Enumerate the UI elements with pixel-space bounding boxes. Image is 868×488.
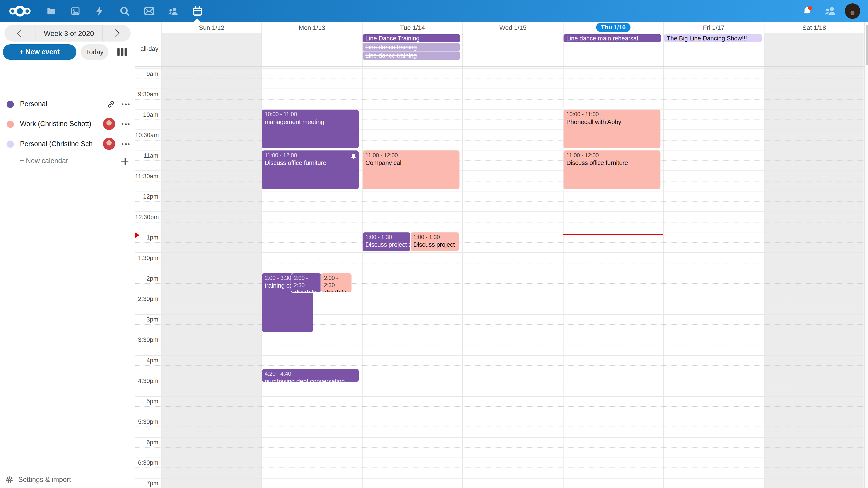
now-indicator-line	[563, 234, 663, 235]
settings-import-label: Settings & import	[18, 476, 71, 484]
calendar-name: Work (Christine Schott)	[20, 120, 93, 128]
calendar-color-dot	[6, 100, 14, 107]
plus-icon	[121, 158, 128, 165]
time-label: 3pm	[135, 314, 158, 324]
time-label: 10:30am	[135, 130, 158, 140]
time-label: 11am	[135, 151, 158, 160]
day-header-sun[interactable]: Sun 1/12	[161, 22, 261, 33]
allday-event-cancelled[interactable]: Line dance training	[363, 43, 460, 51]
event-time: 11:00 - 12:00	[265, 151, 356, 159]
share-link-icon[interactable]	[107, 100, 115, 108]
calendar-name: Personal (Christine Scho...	[20, 140, 93, 148]
calendar-color-dot	[6, 121, 14, 128]
previous-week-button[interactable]	[4, 25, 35, 41]
day-header-wed[interactable]: Wed 1/15	[463, 22, 563, 33]
event-title: Phonecall with Abby	[566, 118, 657, 125]
time-grid	[135, 67, 864, 488]
scrollbar-thumb[interactable]	[866, 25, 868, 65]
new-calendar-button[interactable]: + New calendar	[0, 154, 135, 168]
settings-import-button[interactable]: Settings & import	[5, 476, 71, 484]
time-label: 9am	[135, 69, 158, 78]
gear-icon	[5, 476, 13, 484]
event-title: management meeting	[265, 118, 356, 125]
new-event-button[interactable]: + New event	[3, 44, 76, 60]
event-company-call[interactable]: 11:00 - 12:00 Company call	[363, 150, 459, 189]
calendar-list-item-personal[interactable]: Personal	[0, 96, 135, 112]
all-day-label: all-day	[135, 45, 158, 52]
active-app-caret	[193, 18, 201, 22]
time-label: 3:30pm	[135, 335, 158, 345]
time-label: 12:30pm	[135, 212, 158, 222]
event-time: 2:00 - 2:30	[324, 274, 348, 289]
mail-icon[interactable]	[137, 0, 161, 22]
view-switcher-icon[interactable]	[117, 48, 127, 56]
event-time: 10:00 - 11:00	[265, 110, 356, 118]
time-label: 6:30pm	[135, 457, 158, 467]
event-discuss-office-furniture-thu[interactable]: 11:00 - 12:00 Discuss office furniture	[563, 150, 660, 189]
contacts-menu-icon[interactable]	[817, 0, 842, 22]
day-header-sat[interactable]: Sat 1/18	[764, 22, 864, 33]
owner-avatar	[103, 138, 115, 150]
owner-avatar	[103, 118, 115, 130]
time-label: 5:30pm	[135, 417, 158, 427]
user-avatar[interactable]	[840, 0, 865, 22]
event-discuss-project-announcement-purple[interactable]: 1:00 - 1:30 Discuss project announcement	[363, 232, 410, 251]
activity-icon[interactable]	[88, 0, 112, 22]
event-check-in-pink[interactable]: 2:00 - 2:30 check-in	[321, 273, 351, 292]
day-header-fri[interactable]: Fri 1/17	[663, 22, 764, 33]
day-header-row: Sun 1/12 Mon 1/13 Tue 1/14 Wed 1/15 Thu …	[135, 22, 864, 33]
event-discuss-project-announcement-pink[interactable]: 1:00 - 1:30 Discuss project announcement	[410, 232, 459, 251]
time-label: 6pm	[135, 437, 158, 447]
calendar-more-icon[interactable]	[121, 141, 131, 147]
day-header-tue[interactable]: Tue 1/14	[362, 22, 462, 33]
sidebar: Week 3 of 2020 + New event Today Persona…	[0, 22, 135, 488]
time-label: 1:30pm	[135, 253, 158, 263]
event-title: purchasing dept conversation	[265, 377, 356, 381]
nextcloud-logo-icon[interactable]	[8, 0, 32, 22]
event-discuss-office-furniture-mon[interactable]: 11:00 - 12:00 Discuss office furniture	[262, 150, 358, 189]
allday-event[interactable]: The Big Line Dancing Show!!!	[664, 34, 762, 42]
event-time: 2:00 - 2:30	[293, 274, 318, 289]
event-time: 4:20 - 4:40	[265, 370, 356, 377]
chevron-right-icon	[112, 29, 120, 37]
allday-event[interactable]: Line dance main rehearsal	[563, 34, 661, 42]
scrollbar[interactable]	[864, 22, 868, 488]
new-calendar-label: + New calendar	[20, 157, 121, 165]
next-week-button[interactable]	[102, 25, 131, 41]
event-time: 11:00 - 12:00	[365, 151, 456, 159]
event-phonecall-with-abby[interactable]: 10:00 - 11:00 Phonecall with Abby	[563, 109, 660, 149]
calendar-more-icon[interactable]	[121, 121, 131, 127]
now-indicator-arrow	[135, 232, 140, 237]
event-time: 1:00 - 1:30	[365, 233, 410, 240]
today-pill[interactable]: Thu 1/16	[596, 23, 630, 32]
event-management-meeting[interactable]: 10:00 - 11:00 management meeting	[262, 109, 358, 149]
calendar-more-icon[interactable]	[121, 101, 131, 107]
notifications-bell-icon[interactable]	[796, 0, 820, 22]
event-purchasing-dept-conversation[interactable]: 4:20 - 4:40 purchasing dept conversation	[262, 369, 358, 381]
event-title: Discuss office furniture	[265, 159, 356, 166]
time-label: 2pm	[135, 273, 158, 283]
time-label: 5pm	[135, 396, 158, 406]
allday-event-cancelled[interactable]: Line dance training	[363, 52, 460, 60]
search-icon[interactable]	[112, 0, 137, 22]
files-icon[interactable]	[39, 0, 63, 22]
calendar-name: Personal	[20, 100, 93, 108]
day-header-thu[interactable]: Thu 1/16	[563, 22, 663, 33]
photos-icon[interactable]	[63, 0, 88, 22]
week-range-label[interactable]: Week 3 of 2020	[35, 29, 102, 37]
contacts-icon[interactable]	[160, 0, 185, 22]
time-label: 7pm	[135, 478, 158, 488]
event-title: check-in	[293, 289, 318, 292]
event-title: check-in	[324, 289, 348, 292]
time-label: 11:30am	[135, 171, 158, 181]
event-title: Discuss project announcement	[413, 240, 456, 251]
today-button[interactable]: Today	[81, 44, 108, 60]
time-label: 4:30pm	[135, 376, 158, 386]
event-title: Company call	[365, 159, 456, 166]
allday-event[interactable]: Line Dance Training	[363, 34, 460, 42]
day-header-mon[interactable]: Mon 1/13	[261, 22, 362, 33]
calendar-list-item-work[interactable]: Work (Christine Schott)	[0, 116, 135, 132]
event-check-in-purple[interactable]: 2:00 - 2:30 check-in	[291, 273, 321, 292]
calendar-list-item-personal-shared[interactable]: Personal (Christine Scho...	[0, 136, 135, 152]
time-label: 12pm	[135, 191, 158, 201]
